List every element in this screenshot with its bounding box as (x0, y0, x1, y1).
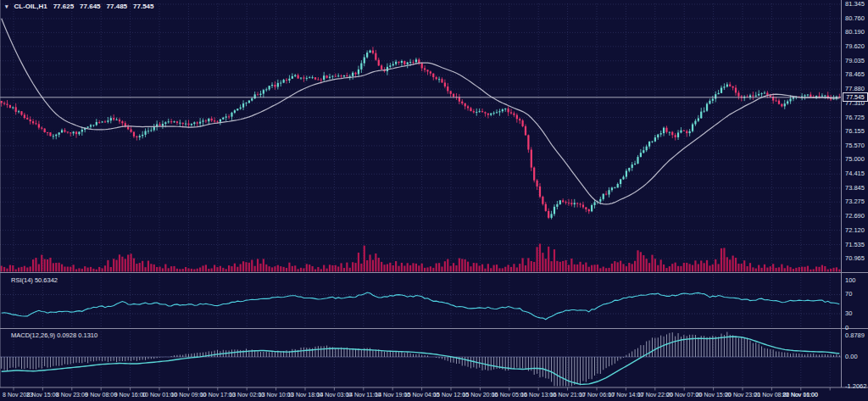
volume-bar (64, 266, 65, 271)
candle-body (170, 121, 172, 122)
volume-bar (240, 264, 242, 271)
volume-bar (450, 266, 452, 272)
candle-body (637, 157, 638, 164)
volume-bar (170, 266, 172, 271)
candle-body (548, 211, 549, 218)
volume-bar (412, 263, 414, 271)
candle-body (700, 112, 702, 119)
candle-body (640, 153, 642, 157)
candle-body (234, 110, 236, 113)
candle-body (663, 128, 665, 133)
candle-body (531, 150, 532, 168)
volume-bar (651, 255, 653, 272)
candle-body (236, 109, 238, 110)
volume-bar (133, 259, 135, 272)
candle-body (110, 118, 112, 120)
candle-body (484, 112, 486, 113)
time-axis[interactable] (0, 388, 868, 401)
volume-bar (522, 258, 524, 271)
candle-body (559, 200, 561, 204)
volume-bar (461, 259, 463, 271)
volume-bar (536, 247, 537, 271)
volume-bar (294, 265, 296, 271)
candle-body (824, 96, 826, 97)
candle-body (202, 120, 203, 121)
volume-bar (746, 266, 748, 271)
volume-bar (415, 264, 417, 272)
volume-bar (220, 266, 221, 272)
candle-body (712, 99, 714, 101)
candle-body (64, 130, 65, 131)
volume-bar (389, 263, 391, 272)
volume-bar (283, 267, 285, 272)
volume-bar (504, 267, 506, 272)
candle-body (242, 103, 244, 108)
volume-bar (150, 264, 152, 271)
candle-body (409, 62, 411, 63)
volume-bar (24, 266, 25, 272)
candle-body (366, 53, 368, 58)
candle-body (513, 114, 515, 115)
volume-bar (346, 263, 348, 272)
candle-body (706, 103, 708, 110)
chart-menu-icon[interactable]: ▾ (5, 3, 8, 10)
volume-bar (147, 260, 149, 271)
volume-bar (476, 263, 477, 271)
volume-bar (15, 270, 17, 272)
candle-body (55, 135, 57, 136)
volume-bar (18, 268, 19, 272)
volume-bar (640, 252, 642, 271)
candle-body (804, 95, 805, 96)
volume-bar (663, 265, 665, 272)
candle-body (669, 132, 670, 133)
candle-body (314, 77, 316, 79)
candle-body (715, 94, 716, 98)
candle-body (102, 121, 103, 122)
volume-bar (654, 259, 656, 271)
volume-bar (721, 248, 722, 272)
candle-body (153, 126, 155, 130)
volume-bar (585, 263, 587, 272)
candle-body (329, 77, 331, 78)
candle-body (490, 114, 492, 115)
volume-bar (473, 263, 475, 271)
candle-body (9, 105, 11, 108)
volume-bar (704, 263, 705, 271)
volume-bar (317, 267, 319, 271)
candle-body (789, 98, 791, 101)
volume-bar (231, 266, 232, 271)
candle-body (248, 101, 250, 103)
volume-bar (550, 261, 552, 271)
volume-bar (588, 267, 590, 272)
volume-bar (242, 261, 244, 271)
trading-chart-window: ▾ CL-OIL,H1 77.625 77.645 77.485 77.545 … (0, 0, 868, 401)
volume-bar (813, 269, 815, 271)
candle-body (752, 96, 754, 97)
volume-bar (84, 266, 86, 271)
candle-body (245, 103, 247, 103)
volume-bar (669, 266, 670, 271)
candle-body (415, 59, 417, 62)
volume-bar (493, 265, 495, 272)
volume-bar (193, 269, 195, 271)
volume-bar (622, 264, 624, 271)
price-axis[interactable] (842, 0, 868, 387)
volume-bar (73, 265, 75, 271)
volume-bar (815, 266, 817, 271)
candle-body (159, 125, 160, 126)
chart-plot-area[interactable] (0, 0, 868, 401)
volume-bar (559, 262, 561, 272)
candle-body (90, 125, 92, 127)
candle-body (228, 116, 230, 117)
candle-body (263, 90, 264, 93)
volume-bar (632, 264, 633, 271)
volume-bar (176, 269, 178, 272)
candle-body (628, 168, 630, 170)
volume-bar (556, 261, 558, 272)
symbol-name: CL-OIL,H1 (14, 3, 47, 10)
volume-bar (168, 268, 170, 271)
candle-body (96, 122, 97, 125)
volume-bar (127, 254, 129, 271)
candle-body (216, 121, 218, 122)
candle-body (599, 199, 601, 202)
